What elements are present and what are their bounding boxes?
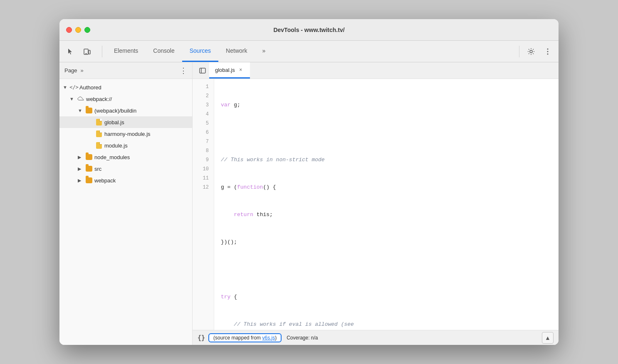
expand-button[interactable]: ▲ bbox=[542, 332, 554, 344]
tree-buildin-folder[interactable]: ▼ (webpack)/buildin bbox=[59, 105, 192, 116]
cloud-svg bbox=[77, 96, 84, 101]
tree-label-buildin: (webpack)/buildin bbox=[94, 108, 136, 114]
code-line-1: var g; bbox=[221, 101, 552, 110]
js-file-icon-harmony bbox=[95, 130, 103, 138]
code-sidebar-toggle[interactable] bbox=[196, 62, 209, 79]
sidebar-toggle-icon bbox=[199, 68, 206, 74]
toolbar-tabs: Elements Console Sources Network » bbox=[106, 41, 515, 62]
folder-icon-src bbox=[85, 165, 93, 172]
cursor-icon-button[interactable] bbox=[63, 44, 78, 59]
code-line-8: try { bbox=[221, 293, 552, 302]
code-tab-close-button[interactable]: × bbox=[237, 66, 244, 73]
settings-icon bbox=[527, 47, 535, 56]
code-editor[interactable]: 1 2 3 4 5 6 7 8 9 10 11 12 var g; // Thi… bbox=[193, 79, 559, 330]
source-mapped-link[interactable]: v6s.js bbox=[262, 335, 275, 341]
toolbar-separator-1 bbox=[102, 46, 102, 57]
tree-module-js[interactable]: module.js bbox=[59, 140, 192, 151]
sidebar-header: Page » ⋮ bbox=[59, 62, 192, 79]
tree-arrow-authored: ▼ bbox=[63, 85, 69, 90]
code-line-2 bbox=[221, 128, 552, 137]
kw-var: var bbox=[221, 101, 230, 110]
line-num-5: 5 bbox=[193, 119, 214, 128]
line-num-7: 7 bbox=[193, 137, 214, 146]
tree-harmony-module-js[interactable]: harmony-module.js bbox=[59, 128, 192, 140]
line-num-4: 4 bbox=[193, 110, 214, 119]
tree-label-global-js: global.js bbox=[104, 119, 124, 125]
tab-more[interactable]: » bbox=[255, 41, 273, 62]
tree-arrow-webpack-folder: ▶ bbox=[78, 178, 84, 183]
code-line-7 bbox=[221, 265, 552, 274]
toolbar: Elements Console Sources Network » bbox=[59, 41, 559, 62]
tab-network[interactable]: Network bbox=[218, 41, 255, 62]
svg-point-6 bbox=[547, 53, 549, 54]
line-num-12: 12 bbox=[193, 183, 214, 192]
device-icon bbox=[83, 47, 91, 56]
svg-point-5 bbox=[547, 51, 549, 52]
cloud-icon bbox=[77, 95, 84, 103]
device-icon-button[interactable] bbox=[79, 44, 94, 59]
titlebar: DevTools - www.twitch.tv/ bbox=[59, 19, 559, 41]
settings-button[interactable] bbox=[524, 44, 539, 59]
code-line-5: return this; bbox=[221, 210, 552, 219]
folder-icon-buildin bbox=[85, 107, 93, 114]
source-mapped-suffix: ) bbox=[275, 335, 277, 341]
tree-node-modules[interactable]: ▶ node_modules bbox=[59, 151, 192, 163]
toolbar-right bbox=[524, 44, 555, 59]
window-title: DevTools - www.twitch.tv/ bbox=[273, 27, 344, 33]
line-num-9: 9 bbox=[193, 155, 214, 165]
tree-label-webpack-folder: webpack bbox=[94, 177, 116, 184]
close-button[interactable] bbox=[66, 27, 72, 33]
source-mapped-prefix: (source mapped from bbox=[213, 335, 262, 341]
tree-webpack-root[interactable]: ▼ webpack:// bbox=[59, 93, 192, 105]
tree-arrow-buildin: ▼ bbox=[78, 108, 84, 113]
tree-label-authored: Authored bbox=[79, 84, 101, 91]
line-num-11: 11 bbox=[193, 174, 214, 183]
tree-label-node-modules: node_modules bbox=[94, 154, 130, 160]
tree-authored-root[interactable]: ▼ </> Authored bbox=[59, 81, 192, 93]
tree-arrow-webpack: ▼ bbox=[69, 96, 75, 101]
svg-rect-1 bbox=[89, 50, 90, 54]
coverage-label: Coverage: n/a bbox=[287, 335, 318, 341]
sidebar-arrows[interactable]: » bbox=[80, 67, 83, 74]
sidebar-page-title: Page bbox=[64, 67, 77, 74]
tab-console[interactable]: Console bbox=[146, 41, 182, 62]
svg-point-3 bbox=[530, 50, 532, 53]
code-content: var g; // This works in non-strict mode … bbox=[214, 79, 559, 330]
svg-point-4 bbox=[547, 48, 549, 49]
tree-arrow-src: ▶ bbox=[78, 166, 84, 172]
sidebar: Page » ⋮ ▼ </> Authored ▼ bbox=[59, 62, 193, 345]
code-panel: global.js × 1 2 3 4 5 6 7 8 9 10 11 bbox=[193, 62, 559, 345]
devtools-window: DevTools - www.twitch.tv/ Elements bbox=[59, 19, 559, 345]
tree-label-src: src bbox=[94, 166, 101, 172]
code-line-3: // This works in non-strict mode bbox=[221, 155, 552, 165]
code-line-9: // This works if eval is allowed (see bbox=[221, 320, 552, 329]
sidebar-more-button[interactable]: ⋮ bbox=[180, 67, 187, 74]
tab-elements[interactable]: Elements bbox=[106, 41, 146, 62]
js-file-icon-module bbox=[95, 142, 103, 149]
more-menu-button[interactable] bbox=[540, 44, 555, 59]
authored-icon: </> bbox=[70, 84, 78, 91]
code-tab-label: global.js bbox=[215, 67, 235, 73]
traffic-lights bbox=[66, 27, 90, 33]
line-num-10: 10 bbox=[193, 165, 214, 174]
tree-global-js[interactable]: global.js bbox=[59, 116, 192, 128]
tab-sources[interactable]: Sources bbox=[182, 41, 218, 62]
line-num-6: 6 bbox=[193, 128, 214, 137]
toolbar-separator-2 bbox=[519, 46, 519, 57]
code-line-6: })(); bbox=[221, 238, 552, 247]
line-num-1: 1 bbox=[193, 82, 214, 91]
main-content: Page » ⋮ ▼ </> Authored ▼ bbox=[59, 62, 559, 345]
folder-icon-webpack bbox=[85, 177, 93, 184]
line-num-3: 3 bbox=[193, 101, 214, 110]
tree-label-webpack: webpack:// bbox=[86, 96, 112, 102]
tree-src[interactable]: ▶ src bbox=[59, 163, 192, 175]
pretty-print-button[interactable]: {} bbox=[198, 334, 205, 342]
minimize-button[interactable] bbox=[75, 27, 81, 33]
cursor-icon bbox=[67, 48, 74, 55]
tree-webpack[interactable]: ▶ webpack bbox=[59, 175, 192, 186]
tree-label-module: module.js bbox=[104, 143, 128, 149]
toolbar-left bbox=[63, 44, 94, 59]
maximize-button[interactable] bbox=[84, 27, 90, 33]
line-numbers: 1 2 3 4 5 6 7 8 9 10 11 12 bbox=[193, 79, 214, 330]
code-tab-global-js[interactable]: global.js × bbox=[209, 62, 250, 79]
